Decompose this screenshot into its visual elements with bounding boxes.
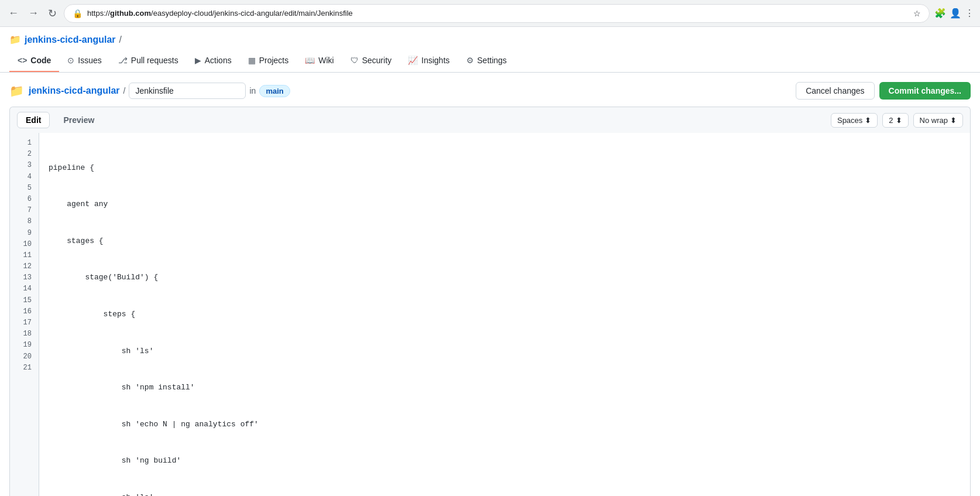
toolbar-right-controls: Spaces ⬍ 2 ⬍ No wrap ⬍ <box>831 113 963 128</box>
preview-tab-button[interactable]: Preview <box>54 112 103 128</box>
tab-actions-label: Actions <box>205 56 232 65</box>
spaces-arrow-icon: ⬍ <box>865 116 871 125</box>
projects-icon: ▦ <box>248 56 256 65</box>
browser-chrome: ← → ↻ 🔒 https://github.com/easydeploy-cl… <box>0 0 980 27</box>
tab-issues-label: Issues <box>78 56 101 65</box>
commit-changes-button[interactable]: Commit changes... <box>879 82 971 100</box>
reload-button[interactable]: ↻ <box>46 5 59 22</box>
line-num-4: 4 <box>10 172 39 183</box>
code-line-10: sh 'ls' <box>49 492 961 496</box>
branch-badge: main <box>259 85 290 97</box>
code-content[interactable]: pipeline { agent any stages { stage('Bui… <box>39 133 970 496</box>
tab-settings[interactable]: ⚙ Settings <box>458 50 515 72</box>
line-num-2: 2 <box>10 149 39 160</box>
tab-security[interactable]: 🛡 Security <box>342 50 400 72</box>
repo-type-icon: 📁 <box>9 34 21 45</box>
tab-pull-requests[interactable]: ⎇ Pull requests <box>110 50 187 72</box>
code-icon: <> <box>18 56 27 65</box>
line-num-20: 20 <box>10 351 39 362</box>
tab-code[interactable]: <> Code <box>9 50 59 72</box>
repo-icon-blue: 📁 <box>9 84 24 98</box>
tab-security-label: Security <box>362 56 392 65</box>
code-line-9: sh 'ng build' <box>49 455 961 467</box>
actions-icon: ▶ <box>195 56 201 65</box>
line-num-19: 19 <box>10 340 39 351</box>
tab-wiki[interactable]: 📖 Wiki <box>297 50 342 72</box>
line-num-15: 15 <box>10 295 39 306</box>
branch-in-text: in <box>249 86 256 95</box>
line-num-3: 3 <box>10 160 39 171</box>
code-editor[interactable]: 1 2 3 4 5 6 7 8 9 10 11 12 13 14 15 16 1… <box>10 133 970 496</box>
tab-projects[interactable]: ▦ Projects <box>240 50 297 72</box>
line-num-6: 6 <box>10 194 39 205</box>
tab-insights-label: Insights <box>421 56 449 65</box>
line-num-7: 7 <box>10 205 39 216</box>
pr-icon: ⎇ <box>118 56 128 65</box>
edit-tab-button[interactable]: Edit <box>17 112 50 128</box>
line-num-11: 11 <box>10 250 39 261</box>
wrap-label: No wrap <box>920 116 948 125</box>
line-numbers-gutter: 1 2 3 4 5 6 7 8 9 10 11 12 13 14 15 16 1… <box>10 133 39 496</box>
menu-button[interactable]: ⋮ <box>965 8 974 19</box>
indent-arrow-icon: ⬍ <box>896 116 902 125</box>
line-num-21: 21 <box>10 362 39 374</box>
line-num-10: 10 <box>10 239 39 250</box>
repo-name-link[interactable]: jenkins-cicd-angular <box>25 35 116 45</box>
tab-pr-label: Pull requests <box>131 56 178 65</box>
line-num-14: 14 <box>10 283 39 295</box>
code-line-8: sh 'echo N | ng analytics off' <box>49 419 961 431</box>
line-num-8: 8 <box>10 216 39 227</box>
code-line-6: sh 'ls' <box>49 346 961 358</box>
tab-insights[interactable]: 📈 Insights <box>400 50 458 72</box>
spaces-select[interactable]: Spaces ⬍ <box>831 113 878 128</box>
settings-icon: ⚙ <box>466 56 474 65</box>
wrap-arrow-icon: ⬍ <box>950 116 957 125</box>
forward-button[interactable]: → <box>26 5 41 22</box>
address-bar[interactable]: 🔒 https://github.com/easydeploy-cloud/je… <box>64 4 930 23</box>
file-path-slash: / <box>123 86 126 95</box>
profile-button[interactable]: 👤 <box>950 8 961 19</box>
code-line-4: stage('Build') { <box>49 272 961 284</box>
line-num-16: 16 <box>10 306 39 317</box>
tab-wiki-label: Wiki <box>318 56 333 65</box>
back-button[interactable]: ← <box>6 5 21 22</box>
url-text: https://github.com/easydeploy-cloud/jenk… <box>87 9 909 18</box>
security-icon: 🔒 <box>73 9 82 18</box>
indent-label: 2 <box>889 116 893 125</box>
repo-breadcrumb: 📁 jenkins-cicd-angular / <box>9 27 971 50</box>
code-line-5: steps { <box>49 309 961 321</box>
insights-icon: 📈 <box>408 56 418 65</box>
tab-code-label: Code <box>30 56 51 65</box>
tab-projects-label: Projects <box>259 56 289 65</box>
breadcrumb-separator: / <box>119 35 122 45</box>
line-num-17: 17 <box>10 317 39 329</box>
spaces-label: Spaces <box>837 116 862 125</box>
file-editor-header: 📁 jenkins-cicd-angular / in main Cancel … <box>0 73 980 107</box>
branch-label: in main <box>249 85 290 97</box>
code-line-1: pipeline { <box>49 162 961 175</box>
line-num-1: 1 <box>10 138 39 149</box>
line-num-5: 5 <box>10 183 39 194</box>
line-num-9: 9 <box>10 228 39 239</box>
tab-issues[interactable]: ⊙ Issues <box>59 50 109 72</box>
issues-icon: ⊙ <box>67 56 74 65</box>
code-line-7: sh 'npm install' <box>49 382 961 394</box>
editor-toolbar: Edit Preview Spaces ⬍ 2 ⬍ No wrap ⬍ <box>9 107 971 133</box>
file-name-input[interactable] <box>129 83 246 99</box>
tab-actions[interactable]: ▶ Actions <box>187 50 240 72</box>
line-num-18: 18 <box>10 329 39 340</box>
browser-toolbar-icons: 🧩 👤 ⋮ <box>934 8 974 19</box>
bookmark-icon: ☆ <box>913 9 921 18</box>
repo-header: 📁 jenkins-cicd-angular / <> Code ⊙ Issue… <box>0 27 980 73</box>
wrap-select[interactable]: No wrap ⬍ <box>913 113 963 128</box>
code-line-2: agent any <box>49 199 961 211</box>
tab-settings-label: Settings <box>477 56 507 65</box>
file-repo-link[interactable]: jenkins-cicd-angular <box>29 85 120 96</box>
line-num-12: 12 <box>10 261 39 272</box>
file-path: jenkins-cicd-angular / in main <box>29 83 290 99</box>
indent-select[interactable]: 2 ⬍ <box>882 113 908 128</box>
wiki-icon: 📖 <box>305 56 315 65</box>
header-action-buttons: Cancel changes Commit changes... <box>796 82 971 100</box>
extensions-button[interactable]: 🧩 <box>934 8 946 19</box>
cancel-changes-button[interactable]: Cancel changes <box>796 82 874 100</box>
